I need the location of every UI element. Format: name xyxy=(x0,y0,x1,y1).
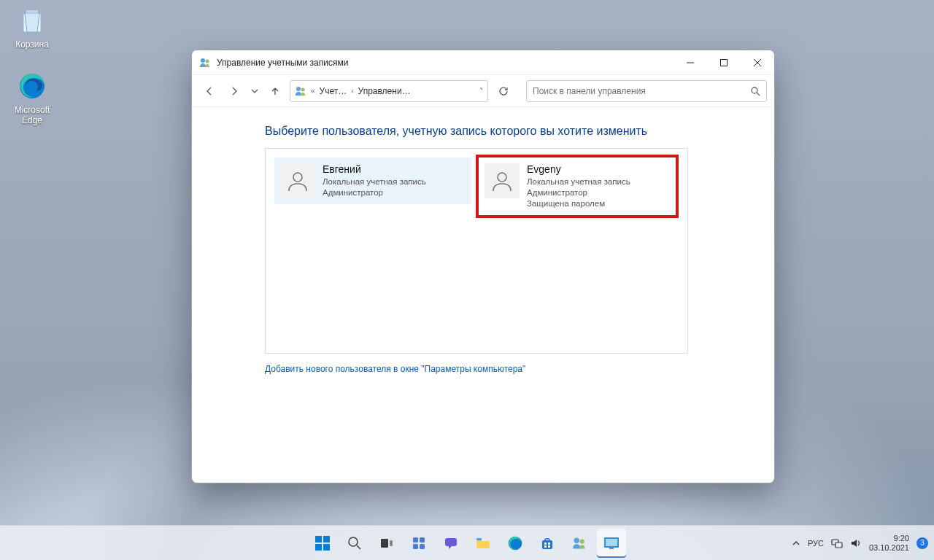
edge-icon xyxy=(16,70,48,102)
taskbar: РУС 9:20 03.10.2021 3 xyxy=(0,525,934,560)
back-button[interactable] xyxy=(199,81,220,101)
user-accounts-icon xyxy=(295,85,306,97)
search-icon xyxy=(750,86,760,96)
taskbar-search[interactable] xyxy=(340,529,369,558)
breadcrumb-segment[interactable]: Учет… xyxy=(320,86,347,96)
svg-point-4 xyxy=(206,59,209,63)
desktop-icon-label: Корзина xyxy=(4,39,60,50)
minimize-button[interactable] xyxy=(674,50,707,75)
desktop-icon-edge[interactable]: MicrosoftEdge xyxy=(4,70,60,125)
chevron-left-icon: « xyxy=(311,87,315,95)
svg-point-13 xyxy=(293,173,302,182)
avatar-icon xyxy=(485,163,520,198)
chevron-right-icon: › xyxy=(351,87,353,95)
svg-point-10 xyxy=(301,88,305,91)
svg-point-35 xyxy=(574,537,580,543)
svg-rect-39 xyxy=(609,548,614,549)
refresh-button[interactable] xyxy=(493,81,514,101)
svg-rect-1 xyxy=(26,10,38,13)
desktop-icon-label: MicrosoftEdge xyxy=(4,105,60,125)
taskbar-chat[interactable] xyxy=(436,529,466,558)
svg-rect-32 xyxy=(548,542,550,545)
language-indicator[interactable]: РУС xyxy=(808,539,824,548)
svg-rect-6 xyxy=(721,59,727,66)
taskbar-explorer[interactable] xyxy=(468,529,498,558)
svg-rect-28 xyxy=(476,538,482,540)
search-box[interactable] xyxy=(526,80,767,102)
svg-point-19 xyxy=(349,537,358,546)
svg-point-36 xyxy=(580,539,584,543)
svg-rect-38 xyxy=(606,539,617,546)
svg-rect-30 xyxy=(542,540,552,549)
user-name: Евгений xyxy=(323,163,426,175)
breadcrumb-segment[interactable]: Управлени… xyxy=(358,86,411,96)
taskbar-control-panel[interactable] xyxy=(597,529,626,558)
svg-point-3 xyxy=(201,58,205,63)
svg-line-12 xyxy=(757,93,760,96)
navigation-bar: « Учет… › Управлени… ˅ xyxy=(192,75,774,107)
svg-rect-24 xyxy=(420,537,425,542)
clock[interactable]: 9:20 03.10.2021 xyxy=(869,534,909,553)
maximize-button[interactable] xyxy=(707,50,741,75)
user-password-status: Защищена паролем xyxy=(527,198,630,209)
window-title: Управление учетными записями xyxy=(217,58,348,68)
user-role: Администратор xyxy=(527,187,630,198)
notification-badge[interactable]: 3 xyxy=(916,537,928,549)
svg-line-20 xyxy=(357,545,360,549)
start-button[interactable] xyxy=(308,529,337,558)
svg-rect-16 xyxy=(323,536,330,542)
svg-rect-18 xyxy=(323,544,330,551)
tray-overflow[interactable] xyxy=(792,539,800,548)
svg-rect-23 xyxy=(413,537,418,542)
taskbar-store[interactable] xyxy=(533,529,562,558)
content-area: Выберите пользователя, учетную запись ко… xyxy=(192,107,774,392)
svg-rect-15 xyxy=(315,536,322,542)
svg-rect-21 xyxy=(381,539,388,548)
svg-rect-41 xyxy=(835,542,842,548)
up-button[interactable] xyxy=(265,81,285,101)
svg-rect-26 xyxy=(420,544,425,549)
add-user-link[interactable]: Добавить нового пользователя в окне "Пар… xyxy=(265,364,716,374)
close-button[interactable] xyxy=(741,50,774,75)
user-card[interactable]: Evgeny Локальная учетная запись Админист… xyxy=(479,158,676,215)
taskbar-widgets[interactable] xyxy=(404,529,433,558)
forward-button[interactable] xyxy=(224,81,244,101)
svg-rect-22 xyxy=(390,540,393,546)
system-tray: РУС 9:20 03.10.2021 3 xyxy=(792,534,928,553)
page-heading: Выберите пользователя, учетную запись ко… xyxy=(265,125,716,138)
svg-rect-31 xyxy=(544,542,547,545)
taskbar-taskview[interactable] xyxy=(372,529,401,558)
svg-rect-17 xyxy=(315,544,322,551)
user-name: Evgeny xyxy=(527,163,630,175)
svg-point-14 xyxy=(498,173,506,182)
titlebar[interactable]: Управление учетными записями xyxy=(192,50,774,75)
user-list: Евгений Локальная учетная запись Админис… xyxy=(265,148,688,354)
address-bar[interactable]: « Учет… › Управлени… ˅ xyxy=(290,80,488,102)
svg-point-11 xyxy=(752,88,757,93)
svg-rect-34 xyxy=(548,545,550,548)
recycle-bin-icon xyxy=(16,4,48,36)
svg-point-9 xyxy=(296,87,301,91)
taskbar-edge[interactable] xyxy=(501,529,530,558)
recent-dropdown[interactable] xyxy=(249,81,260,101)
svg-rect-25 xyxy=(413,544,418,549)
taskbar-center xyxy=(308,529,626,558)
taskbar-control-panel-users[interactable] xyxy=(565,529,594,558)
control-panel-window: Управление учетными записями xyxy=(191,50,775,483)
time: 9:20 xyxy=(869,534,909,543)
avatar-icon xyxy=(280,163,315,198)
search-input[interactable] xyxy=(533,86,750,96)
user-accounts-icon xyxy=(199,57,211,69)
svg-rect-27 xyxy=(445,538,457,546)
user-role: Администратор xyxy=(323,187,426,198)
network-icon[interactable] xyxy=(831,537,843,549)
user-type: Локальная учетная запись xyxy=(323,176,426,187)
svg-rect-33 xyxy=(544,545,547,548)
chevron-down-icon[interactable]: ˅ xyxy=(479,87,483,95)
desktop-icon-recycle-bin[interactable]: Корзина xyxy=(4,4,60,50)
date: 03.10.2021 xyxy=(869,543,909,553)
desktop: Корзина MicrosoftEdge Управле xyxy=(0,0,934,560)
volume-icon[interactable] xyxy=(850,537,862,549)
user-type: Локальная учетная запись xyxy=(527,176,630,187)
user-card[interactable]: Евгений Локальная учетная запись Админис… xyxy=(274,158,471,204)
